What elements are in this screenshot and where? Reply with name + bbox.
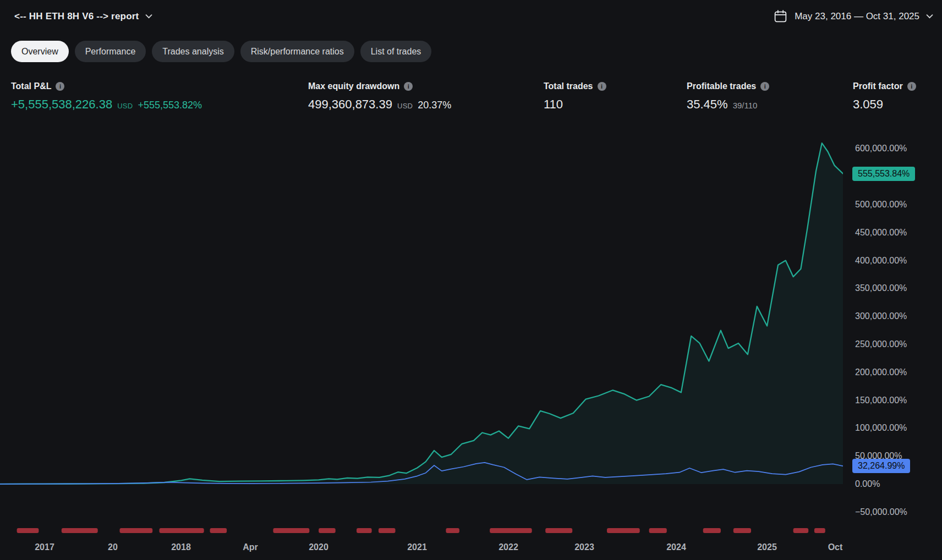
chevron-down-icon xyxy=(926,14,933,19)
x-axis-label: Apr xyxy=(243,542,258,552)
stat-value: 35.45% xyxy=(687,97,728,112)
axis-badge-equity: 555,553.84% xyxy=(852,167,915,181)
x-axis-label: 2024 xyxy=(666,542,686,552)
y-axis-label: 100,000.00% xyxy=(855,422,907,434)
equity-curve-chart: 600,000.00%500,000.00%450,000.00%400,000… xyxy=(0,127,942,560)
info-icon[interactable]: i xyxy=(760,82,769,91)
calendar-icon xyxy=(773,9,788,24)
drawdown-bar xyxy=(490,528,532,533)
y-axis[interactable]: 600,000.00%500,000.00%450,000.00%400,000… xyxy=(854,127,942,545)
x-axis-label: 2023 xyxy=(574,542,594,552)
y-axis-label: 300,000.00% xyxy=(855,310,907,322)
y-axis-label: 350,000.00% xyxy=(855,282,907,294)
x-axis-label: 20 xyxy=(108,542,118,552)
stat-label: Total trades xyxy=(544,81,593,91)
info-icon[interactable]: i xyxy=(598,82,606,91)
drawdown-bar xyxy=(733,528,751,533)
stat-value: 110 xyxy=(544,97,563,112)
y-axis-label: 150,000.00% xyxy=(855,394,907,407)
equity-area-fill xyxy=(0,143,843,484)
stat-max-drawdown: Max equity drawdown i 499,360,873.39 USD… xyxy=(308,81,451,112)
stat-secondary: 20.37% xyxy=(418,100,451,111)
chart-canvas[interactable] xyxy=(0,127,843,539)
drawdown-bar xyxy=(793,528,809,533)
drawdown-bar xyxy=(379,528,396,533)
stat-value: 499,360,873.39 xyxy=(308,97,392,112)
drawdown-bar xyxy=(273,528,309,533)
report-selector[interactable]: <-- HH ETH 8H V6 --> report xyxy=(14,11,152,22)
info-icon[interactable]: i xyxy=(404,82,413,91)
info-icon[interactable]: i xyxy=(56,82,64,91)
stat-label: Profit factor xyxy=(853,81,903,91)
drawdown-bar xyxy=(17,528,39,533)
stat-label: Total P&L xyxy=(11,81,51,91)
tab-performance[interactable]: Performance xyxy=(75,41,146,62)
drawdown-bar xyxy=(703,528,721,533)
stat-secondary: 39/110 xyxy=(733,101,758,110)
y-axis-label: 450,000.00% xyxy=(855,227,907,239)
y-axis-label: 400,000.00% xyxy=(855,255,907,267)
y-axis-label: 0.00% xyxy=(855,478,880,490)
drawdown-bar xyxy=(319,528,336,533)
y-axis-label: −50,000.00% xyxy=(855,506,907,518)
tab-overview[interactable]: Overview xyxy=(11,41,69,62)
drawdown-bar xyxy=(649,528,667,533)
tab-list-of-trades[interactable]: List of trades xyxy=(360,41,432,62)
info-icon[interactable]: i xyxy=(907,82,916,91)
stat-total-trades: Total trades i 110 xyxy=(544,81,606,112)
x-axis[interactable]: 2017202018Apr202020212022202320242025Oct xyxy=(0,538,843,556)
x-axis-label: 2022 xyxy=(499,542,518,552)
chevron-down-icon xyxy=(145,14,152,19)
stat-label: Profitable trades xyxy=(687,81,756,91)
drawdown-bar xyxy=(62,528,98,533)
stat-value: 3.059 xyxy=(853,97,883,112)
stat-profitable-trades: Profitable trades i 35.45% 39/110 xyxy=(687,81,769,112)
stat-currency: USD xyxy=(397,102,413,110)
stat-profit-factor: Profit factor i 3.059 xyxy=(853,81,916,112)
axis-badge-buy-hold: 32,264.99% xyxy=(852,459,910,473)
tab-trades-analysis[interactable]: Trades analysis xyxy=(152,41,234,62)
y-axis-label: 250,000.00% xyxy=(855,338,907,350)
x-axis-label: 2017 xyxy=(35,542,54,552)
stat-total-pnl: Total P&L i +5,555,538,226.38 USD +555,5… xyxy=(11,81,202,112)
drawdown-bar xyxy=(814,528,825,533)
x-axis-label: 2020 xyxy=(309,542,328,552)
x-axis-label: 2018 xyxy=(171,542,191,552)
y-axis-label: 600,000.00% xyxy=(855,142,907,155)
drawdown-bar xyxy=(120,528,153,533)
drawdown-bar xyxy=(446,528,459,533)
stats-row: Total P&L i +5,555,538,226.38 USD +555,5… xyxy=(0,81,942,120)
report-title: <-- HH ETH 8H V6 --> report xyxy=(14,11,139,22)
y-axis-label: 500,000.00% xyxy=(855,199,907,211)
x-axis-label: Oct xyxy=(828,542,843,552)
tab-risk-performance-ratios[interactable]: Risk/performance ratios xyxy=(240,41,354,62)
stat-currency: USD xyxy=(117,102,133,110)
date-range-picker[interactable]: May 23, 2016 — Oct 31, 2025 xyxy=(773,9,933,24)
report-tabs: Overview Performance Trades analysis Ris… xyxy=(11,41,431,62)
drawdown-bar xyxy=(160,528,204,533)
drawdown-bar xyxy=(545,528,572,533)
y-axis-label: 200,000.00% xyxy=(855,366,907,378)
x-axis-label: 2021 xyxy=(407,542,427,552)
stat-value: +5,555,538,226.38 xyxy=(11,97,112,112)
drawdown-bar xyxy=(357,528,372,533)
stat-secondary: +555,553.82% xyxy=(138,100,202,111)
date-range-text: May 23, 2016 — Oct 31, 2025 xyxy=(795,11,919,22)
drawdown-bar xyxy=(607,528,640,533)
drawdown-bar xyxy=(210,528,227,533)
stat-label: Max equity drawdown xyxy=(308,81,399,91)
x-axis-label: 2025 xyxy=(757,542,777,552)
